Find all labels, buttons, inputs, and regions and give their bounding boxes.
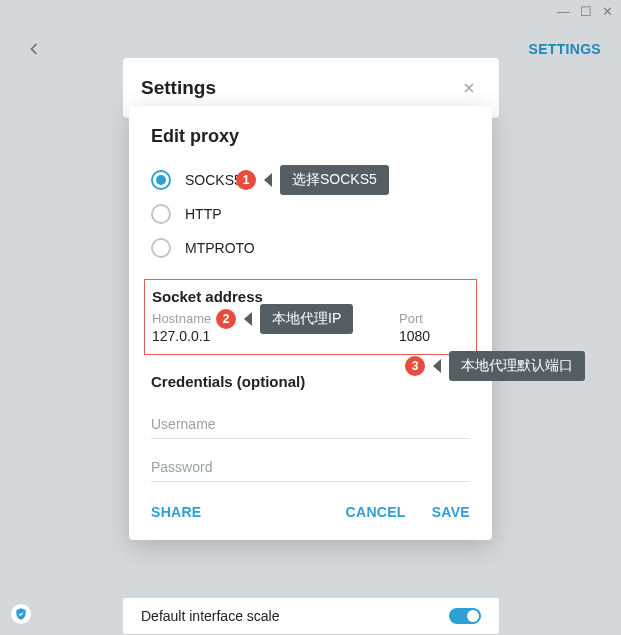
shield-badge[interactable] <box>10 603 32 625</box>
radio-icon <box>151 204 171 224</box>
edit-proxy-modal: Edit proxy SOCKS5 HTTP MTPROTO Socket ad… <box>129 106 492 540</box>
socket-heading: Socket address <box>152 288 469 305</box>
port-label: Port <box>399 311 469 326</box>
interface-scale-label: Default interface scale <box>141 608 280 624</box>
radio-icon <box>151 238 171 258</box>
modal-actions: SHARE CANCEL SAVE <box>129 482 492 534</box>
radio-label: HTTP <box>185 206 222 222</box>
radio-mtproto[interactable]: MTPROTO <box>129 231 492 265</box>
share-button[interactable]: SHARE <box>151 504 202 520</box>
hostname-label: Hostname <box>152 311 379 326</box>
hostname-field[interactable]: Hostname 127.0.0.1 <box>152 311 379 344</box>
credentials-heading: Credentials (optional) <box>129 355 492 396</box>
close-button[interactable] <box>457 76 481 100</box>
save-button[interactable]: SAVE <box>432 504 470 520</box>
password-input[interactable]: Password <box>151 447 470 482</box>
username-input[interactable]: Username <box>151 404 470 439</box>
hostname-value: 127.0.0.1 <box>152 328 379 344</box>
port-field[interactable]: Port 1080 <box>399 311 469 344</box>
radio-icon <box>151 170 171 190</box>
cancel-button[interactable]: CANCEL <box>346 504 406 520</box>
socket-address-section: Socket address Hostname 127.0.0.1 Port 1… <box>144 279 477 355</box>
port-value: 1080 <box>399 328 469 344</box>
radio-http[interactable]: HTTP <box>129 197 492 231</box>
radio-label: MTPROTO <box>185 240 255 256</box>
close-icon <box>461 80 477 96</box>
radio-socks5[interactable]: SOCKS5 <box>129 163 492 197</box>
interface-scale-row: Default interface scale <box>123 598 499 634</box>
interface-scale-toggle[interactable] <box>449 608 481 624</box>
shield-check-icon <box>14 607 28 621</box>
radio-label: SOCKS5 <box>185 172 242 188</box>
modal-title: Edit proxy <box>129 106 492 163</box>
settings-title: Settings <box>141 77 216 99</box>
